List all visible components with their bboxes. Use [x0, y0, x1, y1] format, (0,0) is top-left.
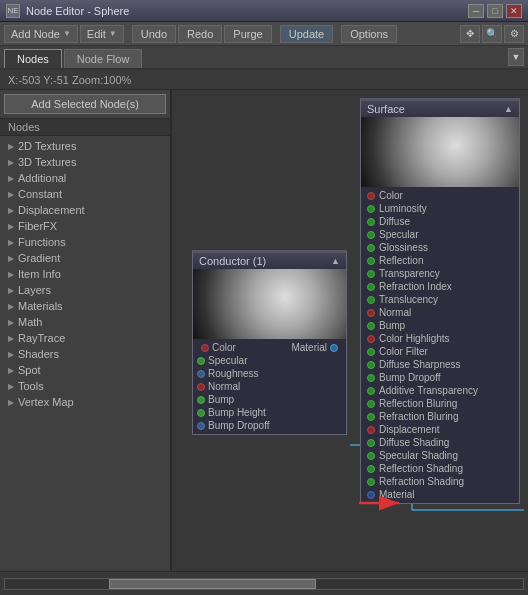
node-arrow: ▶ [8, 142, 14, 151]
node-list-item[interactable]: ▶Materials [0, 298, 170, 314]
surface-port-dot [367, 400, 375, 408]
material-output-port [330, 344, 338, 352]
node-arrow: ▶ [8, 238, 14, 247]
app-icon: NE [6, 4, 20, 18]
surface-port-dot [367, 348, 375, 356]
surface-port-row: Refraction Index [365, 280, 515, 293]
surface-node[interactable]: Surface ▲ ColorLuminosityDiffuseSpecular… [360, 98, 520, 504]
surface-port-dot [367, 309, 375, 317]
add-selected-nodes-button[interactable]: Add Selected Node(s) [4, 94, 166, 114]
canvas-area[interactable]: Surface ▲ ColorLuminosityDiffuseSpecular… [172, 90, 528, 571]
node-list-item[interactable]: ▶Tools [0, 378, 170, 394]
conductor-port-normal: Normal [197, 380, 342, 393]
surface-port-row: Specular [365, 228, 515, 241]
surface-port-row: Reflection [365, 254, 515, 267]
node-list-item[interactable]: ▶Constant [0, 186, 170, 202]
node-arrow: ▶ [8, 174, 14, 183]
surface-port-dot [367, 361, 375, 369]
node-list-item[interactable]: ▶Item Info [0, 266, 170, 282]
surface-port-row: Refraction Shading [365, 475, 515, 488]
nodes-tab[interactable]: Nodes [4, 49, 62, 68]
options-button[interactable]: Options [341, 25, 397, 43]
color-input-port [201, 344, 209, 352]
node-arrow: ▶ [8, 382, 14, 391]
node-list-item[interactable]: ▶Layers [0, 282, 170, 298]
purge-button[interactable]: Purge [224, 25, 271, 43]
node-arrow: ▶ [8, 350, 14, 359]
tab-dropdown[interactable]: ▼ [508, 48, 524, 66]
node-arrow: ▶ [8, 398, 14, 407]
conductor-port-bump-height: Bump Height [197, 406, 342, 419]
surface-scroll-btn[interactable]: ▲ [504, 104, 513, 114]
node-arrow: ▶ [8, 190, 14, 199]
surface-port-dot [367, 478, 375, 486]
specular-input-port [197, 357, 205, 365]
node-arrow: ▶ [8, 270, 14, 279]
conductor-node[interactable]: Conductor (1) ▲ Color Material [192, 250, 347, 435]
node-list-item[interactable]: ▶Vertex Map [0, 394, 170, 410]
node-list-item[interactable]: ▶2D Textures [0, 138, 170, 154]
scrollbar-thumb[interactable] [109, 579, 316, 589]
node-arrow: ▶ [8, 206, 14, 215]
toolbar-icons: ✥ 🔍 ⚙ [460, 25, 524, 43]
minimize-button[interactable]: ─ [468, 4, 484, 18]
node-arrow: ▶ [8, 318, 14, 327]
surface-port-row: Bump [365, 319, 515, 332]
surface-port-row: Color Highlights [365, 332, 515, 345]
surface-port-dot [367, 257, 375, 265]
surface-port-row: Reflection Bluring [365, 397, 515, 410]
surface-port-row: Luminosity [365, 202, 515, 215]
coord-bar: X:-503 Y:-51 Zoom:100% [0, 70, 528, 90]
node-list-item[interactable]: ▶Gradient [0, 250, 170, 266]
horizontal-scrollbar[interactable] [4, 578, 524, 590]
title-bar: NE Node Editor - Sphere ─ □ ✕ [0, 0, 528, 22]
surface-port-dot [367, 322, 375, 330]
bump-input-port [197, 396, 205, 404]
conductor-node-preview [193, 269, 346, 339]
surface-port-dot [367, 426, 375, 434]
redo-button[interactable]: Redo [178, 25, 222, 43]
node-arrow: ▶ [8, 302, 14, 311]
surface-port-row: Color Filter [365, 345, 515, 358]
node-list-item[interactable]: ▶Math [0, 314, 170, 330]
move-icon[interactable]: ✥ [460, 25, 480, 43]
node-list-item[interactable]: ▶Displacement [0, 202, 170, 218]
normal-input-port [197, 383, 205, 391]
node-list-item[interactable]: ▶FiberFX [0, 218, 170, 234]
undo-button[interactable]: Undo [132, 25, 176, 43]
conductor-port-roughness: Roughness [197, 367, 342, 380]
surface-port-dot [367, 231, 375, 239]
node-list-item[interactable]: ▶Additional [0, 170, 170, 186]
bottom-bar [0, 571, 528, 595]
node-arrow: ▶ [8, 366, 14, 375]
conductor-scroll-btn[interactable]: ▲ [331, 256, 340, 266]
node-list-item[interactable]: ▶Shaders [0, 346, 170, 362]
surface-node-title: Surface ▲ [361, 101, 519, 117]
surface-port-dot [367, 374, 375, 382]
add-node-menu[interactable]: Add Node ▼ [4, 25, 78, 43]
window-controls: ─ □ ✕ [468, 4, 522, 18]
surface-node-preview [361, 117, 519, 187]
surface-port-row: Refraction Bluring [365, 410, 515, 423]
node-arrow: ▶ [8, 254, 14, 263]
node-list-item[interactable]: ▶3D Textures [0, 154, 170, 170]
node-flow-tab[interactable]: Node Flow [64, 49, 143, 68]
node-list-item[interactable]: ▶Functions [0, 234, 170, 250]
edit-menu[interactable]: Edit ▼ [80, 25, 124, 43]
update-button[interactable]: Update [280, 25, 333, 43]
close-button[interactable]: ✕ [506, 4, 522, 18]
node-list-item[interactable]: ▶RayTrace [0, 330, 170, 346]
surface-port-dot [367, 465, 375, 473]
nodes-list[interactable]: ▶2D Textures▶3D Textures▶Additional▶Cons… [0, 136, 170, 571]
main-layout: Add Selected Node(s) Nodes ▶2D Textures▶… [0, 90, 528, 571]
window-title: Node Editor - Sphere [26, 5, 462, 17]
node-list-item[interactable]: ▶Spot [0, 362, 170, 378]
settings-icon[interactable]: ⚙ [504, 25, 524, 43]
surface-port-row: Diffuse Sharpness [365, 358, 515, 371]
maximize-button[interactable]: □ [487, 4, 503, 18]
surface-port-row: Transparency [365, 267, 515, 280]
conductor-port-bump-dropoff: Bump Dropoff [197, 419, 342, 432]
search-icon[interactable]: 🔍 [482, 25, 502, 43]
surface-port-dot [367, 413, 375, 421]
add-node-arrow: ▼ [63, 29, 71, 38]
